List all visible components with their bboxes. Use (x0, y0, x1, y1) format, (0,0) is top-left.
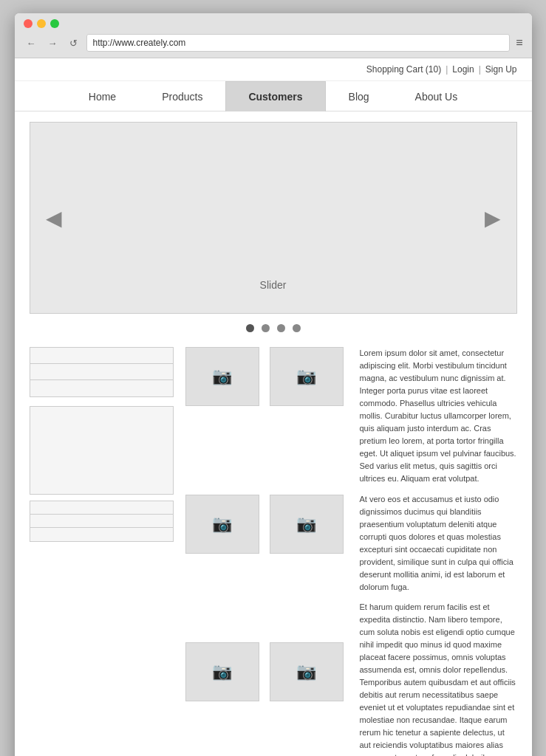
separator-2: | (479, 64, 481, 75)
image-3: 📷 (185, 495, 259, 554)
nav-item-blog[interactable]: Blog (326, 81, 392, 111)
image-1: 📷 (185, 347, 259, 406)
sidebar-bottom-line-1 (30, 501, 173, 515)
separator-1: | (446, 64, 448, 75)
sidebar (30, 347, 174, 756)
signup-link[interactable]: Sign Up (485, 64, 517, 75)
close-button[interactable] (24, 19, 33, 28)
slider-left-arrow[interactable]: ◀ (38, 202, 70, 234)
nav-item-about[interactable]: About Us (392, 81, 481, 111)
sidebar-bottom-line-2 (30, 515, 173, 528)
login-link[interactable]: Login (452, 64, 474, 75)
sidebar-line-1 (30, 348, 173, 364)
image-4: 📷 (270, 495, 344, 554)
nav-item-products[interactable]: Products (139, 81, 225, 111)
image-6: 📷 (270, 642, 344, 701)
dot-3[interactable] (277, 324, 285, 332)
image-icon-1: 📷 (212, 367, 232, 386)
back-button[interactable]: ← (24, 36, 39, 50)
menu-icon[interactable]: ≡ (516, 36, 522, 49)
sidebar-line-3 (30, 380, 173, 396)
slider-dots (15, 324, 532, 332)
maximize-button[interactable] (50, 19, 59, 28)
sidebar-lines-bottom (30, 501, 174, 542)
nav-item-customers[interactable]: Customers (225, 81, 325, 111)
title-bar: ← → ↺ ≡ (15, 13, 532, 58)
image-grid: 📷 📷 📷 📷 📷 📷 (185, 347, 348, 756)
image-5: 📷 (185, 642, 259, 701)
image-icon-3: 📷 (212, 515, 232, 534)
dot-1[interactable] (246, 324, 254, 332)
dot-2[interactable] (262, 324, 270, 332)
content-section: 📷 📷 📷 📷 📷 📷 Lor (15, 340, 532, 756)
refresh-button[interactable]: ↺ (66, 36, 81, 50)
nav-item-home[interactable]: Home (66, 81, 139, 111)
page-content: Shopping Cart (10) | Login | Sign Up Hom… (15, 58, 532, 756)
slider: ◀ Slider ▶ (30, 122, 517, 314)
slider-label: Slider (260, 279, 287, 291)
cart-link[interactable]: Shopping Cart (10) (366, 64, 441, 75)
top-bar: Shopping Cart (10) | Login | Sign Up (15, 58, 532, 81)
body-text: Lorem ipsum dolor sit amet, consectetur … (360, 347, 517, 756)
image-icon-2: 📷 (296, 367, 316, 386)
body-para-2: At vero eos et accusamus et iusto odio d… (360, 493, 517, 594)
sidebar-block (30, 406, 174, 495)
image-2: 📷 (270, 347, 344, 406)
body-para-3: Et harum quidem rerum facilis est et exp… (360, 601, 517, 756)
image-icon-4: 📷 (296, 515, 316, 534)
address-bar-input[interactable] (86, 34, 511, 52)
nav-bar: Home Products Customers Blog About Us (15, 81, 532, 111)
body-para-1: Lorem ipsum dolor sit amet, consectetur … (360, 347, 517, 486)
image-icon-6: 📷 (296, 662, 316, 681)
minimize-button[interactable] (37, 19, 46, 28)
forward-button[interactable]: → (45, 36, 61, 50)
browser-window: ← → ↺ ≡ Shopping Cart (10) | Login | Sig… (15, 13, 532, 756)
image-icon-5: 📷 (212, 662, 232, 681)
dot-4[interactable] (293, 324, 301, 332)
sidebar-bottom-line-3 (30, 528, 173, 541)
sidebar-line-2 (30, 364, 173, 380)
sidebar-lines-top (30, 347, 174, 397)
slider-right-arrow[interactable]: ▶ (477, 202, 509, 234)
